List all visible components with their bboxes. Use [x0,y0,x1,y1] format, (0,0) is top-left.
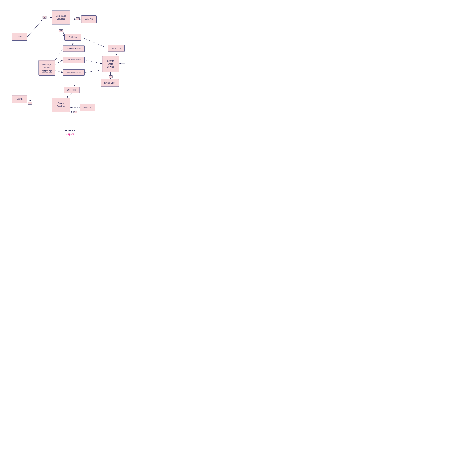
message-broker-box: MessageBroker [38,60,55,76]
svg-line-14 [85,70,102,72]
svg-line-8 [81,37,108,48]
svg-line-11 [55,60,63,64]
newhouseforrent-2-box: NewHouseForRent [63,57,85,63]
user-a-box: User A [12,33,27,41]
subscriber-bottom-box: Subscriber [64,87,80,93]
svg-line-7 [63,32,64,37]
user-b-box: User B [12,95,27,103]
envelope-cmd-publisher [59,29,63,32]
newhouseforrent-3-box: NewHouseForRent [63,69,85,76]
envelope-cmd-writedb [76,17,80,20]
logo-scaler: SCALER [64,129,76,132]
events-store-box: Events Store [101,79,119,87]
broker-envelopes [42,70,52,72]
query-services-box: QueryServices [52,98,70,112]
svg-line-12 [85,60,102,64]
diagram: Command Services Write DB Publisher User… [0,0,140,140]
svg-line-3 [49,17,52,18]
publisher-box: Publisher [64,34,81,41]
logo-topics: Topics [64,132,76,136]
events-store-service-box: EventsStoreService [102,56,119,72]
svg-line-10 [55,49,63,60]
svg-line-2 [27,20,43,37]
logo: SCALER Topics [64,129,76,136]
svg-line-18 [67,93,72,98]
envelope-user-a [43,16,47,19]
envelope-readdb-query [73,111,77,113]
write-db-box: Write DB [81,15,97,23]
envelope-userb [28,102,32,104]
command-services-box: Command Services [52,11,70,24]
envelope-ess-es [109,75,113,78]
newhouseforrent-1-box: NewHouseForRent [63,46,85,52]
svg-line-13 [55,71,63,72]
subscriber-top-box: Subscriber [108,45,125,52]
read-db-box: Read DB [80,103,95,111]
